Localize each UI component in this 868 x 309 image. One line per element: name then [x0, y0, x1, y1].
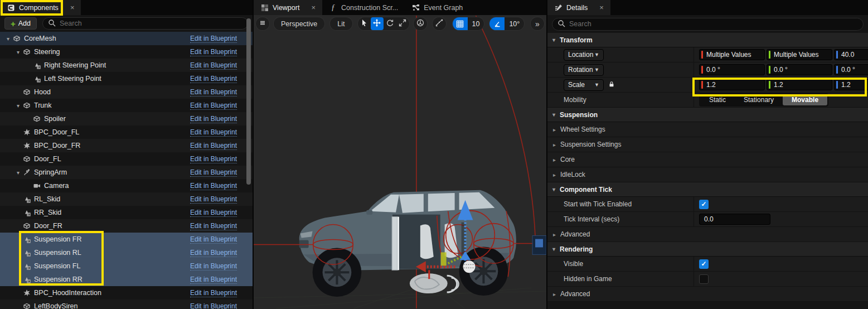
tab-construction-script[interactable]: ƒ Construction Scr... [322, 0, 405, 15]
perspective-button[interactable]: Perspective [273, 17, 325, 31]
property-row-core[interactable]: ▸Core [547, 152, 868, 167]
component-tree-row[interactable]: LeftBodySirenEdit in Blueprint [0, 300, 253, 309]
property-row-wheel-settings[interactable]: ▸Wheel Settings [547, 122, 868, 137]
component-tree-row[interactable]: Suspension RREdit in Blueprint [0, 273, 253, 286]
rotation-z-field[interactable]: 0.0 ° [834, 64, 868, 75]
component-tree-row[interactable]: HoodEdit in Blueprint [0, 85, 253, 99]
component-tree-row[interactable]: Right Steering PointEdit in Blueprint [0, 59, 253, 72]
edit-in-blueprint-link[interactable]: Edit in Blueprint [190, 209, 237, 217]
scale-dropdown[interactable]: Scale▼ [564, 79, 604, 91]
select-tool-button[interactable] [358, 17, 371, 30]
add-component-button[interactable]: + Add [4, 17, 37, 30]
edit-in-blueprint-link[interactable]: Edit in Blueprint [190, 249, 237, 257]
mobility-movable-button[interactable]: Movable [783, 94, 827, 105]
expander-down-icon[interactable]: ▾ [4, 36, 12, 42]
edit-in-blueprint-link[interactable]: Edit in Blueprint [190, 75, 237, 83]
location-y-field[interactable]: Multiple Values [767, 49, 832, 60]
edit-in-blueprint-link[interactable]: Edit in Blueprint [190, 115, 237, 123]
components-search-input[interactable]: Search [42, 17, 248, 30]
edit-in-blueprint-link[interactable]: Edit in Blueprint [190, 88, 237, 96]
component-tree-row[interactable]: Door_FREdit in Blueprint [0, 219, 253, 233]
tab-components[interactable]: Components × [0, 0, 81, 15]
rotation-dropdown[interactable]: Rotation▼ [564, 64, 604, 76]
edit-in-blueprint-link[interactable]: Edit in Blueprint [190, 302, 237, 309]
section-transform[interactable]: ▾ Transform [547, 33, 868, 47]
edit-in-blueprint-link[interactable]: Edit in Blueprint [190, 276, 237, 284]
mobility-static-button[interactable]: Static [700, 94, 735, 105]
close-icon[interactable]: × [311, 3, 316, 12]
viewport-options-button[interactable] [255, 17, 270, 31]
tab-viewport[interactable]: Viewport × [254, 0, 322, 15]
location-x-field[interactable]: Multiple Values [699, 49, 765, 60]
tab-details[interactable]: Details × [547, 0, 610, 15]
component-tree-row[interactable]: ▾SteeringEdit in Blueprint [0, 45, 253, 59]
edit-in-blueprint-link[interactable]: Edit in Blueprint [190, 182, 237, 190]
scale-z-field[interactable]: 1.2 [834, 79, 868, 90]
edit-in-blueprint-link[interactable]: Edit in Blueprint [190, 168, 237, 177]
scale-y-field[interactable]: 1.2 [767, 79, 832, 90]
edit-in-blueprint-link[interactable]: Edit in Blueprint [190, 128, 237, 137]
edit-in-blueprint-link[interactable]: Edit in Blueprint [190, 61, 237, 70]
rotation-x-field[interactable]: 0.0 ° [699, 64, 765, 75]
component-tree-row[interactable]: Left Steering PointEdit in Blueprint [0, 72, 253, 85]
property-row-suspension-settings[interactable]: ▸Suspension Settings [547, 137, 868, 152]
edit-in-blueprint-link[interactable]: Edit in Blueprint [190, 155, 237, 163]
property-row-advanced[interactable]: ▸Advanced [547, 227, 868, 242]
property-row-idlelock[interactable]: ▸IdleLock [547, 167, 868, 182]
tab-event-graph[interactable]: Event Graph [405, 0, 469, 15]
component-tree-row[interactable]: Suspension RLEdit in Blueprint [0, 246, 253, 259]
property-row-advanced[interactable]: ▸Advanced [547, 287, 868, 302]
lit-mode-button[interactable]: Lit [329, 17, 352, 31]
rotation-snap-control[interactable]: 10° [489, 17, 525, 31]
tick-interval-secs--input[interactable]: 0.0 [699, 214, 770, 225]
lock-icon[interactable] [608, 81, 615, 89]
move-tool-button[interactable] [371, 17, 384, 30]
component-tree-row[interactable]: Suspension FREdit in Blueprint [0, 233, 253, 246]
expander-down-icon[interactable]: ▾ [14, 49, 22, 55]
edit-in-blueprint-link[interactable]: Edit in Blueprint [190, 35, 237, 43]
angle-snap-value[interactable]: 10° [505, 17, 524, 30]
component-tree-row[interactable]: RR_SkidEdit in Blueprint [0, 206, 253, 219]
toolbar-overflow-button[interactable]: » [530, 17, 545, 31]
component-tree-row[interactable]: BPC_HoodInteractionEdit in Blueprint [0, 286, 253, 300]
components-scrollbar[interactable] [246, 18, 251, 185]
expander-down-icon[interactable]: ▾ [14, 103, 22, 109]
edit-in-blueprint-link[interactable]: Edit in Blueprint [190, 222, 237, 230]
details-search-input[interactable]: Search [552, 18, 864, 31]
component-tree-row[interactable]: ▾SpringArmEdit in Blueprint [0, 166, 253, 179]
component-tree-row[interactable]: Door_FLEdit in Blueprint [0, 152, 253, 166]
component-tree-row[interactable]: ▾TrunkEdit in Blueprint [0, 99, 253, 112]
edit-in-blueprint-link[interactable]: Edit in Blueprint [190, 289, 237, 297]
component-tree-row[interactable]: BPC_Door_FLEdit in Blueprint [0, 125, 253, 139]
section-suspension[interactable]: ▾Suspension [547, 108, 868, 122]
hidden-in-game-checkbox[interactable] [699, 274, 709, 284]
edit-in-blueprint-link[interactable]: Edit in Blueprint [190, 262, 237, 271]
start-with-tick-enabled-checkbox[interactable]: ✓ [699, 200, 709, 209]
edit-in-blueprint-link[interactable]: Edit in Blueprint [190, 142, 237, 150]
component-tree-row[interactable]: Suspension FLEdit in Blueprint [0, 259, 253, 273]
component-tree-row[interactable]: ▾CoreMeshEdit in Blueprint [0, 32, 253, 45]
component-tree-row[interactable]: SpoilerEdit in Blueprint [0, 112, 253, 125]
edit-in-blueprint-link[interactable]: Edit in Blueprint [190, 48, 237, 56]
close-icon[interactable]: × [70, 3, 75, 12]
grid-snap-control[interactable]: 10 [452, 17, 485, 31]
location-dropdown[interactable]: Location▼ [564, 49, 604, 61]
close-icon[interactable]: × [599, 3, 604, 12]
component-tree-row[interactable]: RL_SkidEdit in Blueprint [0, 192, 253, 206]
edit-in-blueprint-link[interactable]: Edit in Blueprint [190, 235, 237, 244]
edit-in-blueprint-link[interactable]: Edit in Blueprint [190, 102, 237, 110]
expander-down-icon[interactable]: ▾ [14, 170, 22, 176]
component-tree-row[interactable]: BPC_Door_FREdit in Blueprint [0, 139, 253, 152]
mobility-stationary-button[interactable]: Stationary [735, 94, 783, 105]
rotate-tool-button[interactable] [384, 17, 396, 30]
component-tree-row[interactable]: CameraEdit in Blueprint [0, 179, 253, 192]
viewport-3d-scene[interactable]: Perspective Lit 10 [254, 15, 546, 309]
section-component-tick[interactable]: ▾Component Tick [547, 182, 868, 197]
surface-snapping-button[interactable] [432, 17, 447, 31]
visible-checkbox[interactable]: ✓ [699, 259, 709, 269]
section-rendering[interactable]: ▾Rendering [547, 242, 868, 257]
rotation-y-field[interactable]: 0.0 ° [767, 64, 832, 75]
edit-in-blueprint-link[interactable]: Edit in Blueprint [190, 195, 237, 204]
location-z-field[interactable]: 40.0 [834, 49, 868, 60]
scale-x-field[interactable]: 1.2 [699, 79, 765, 90]
